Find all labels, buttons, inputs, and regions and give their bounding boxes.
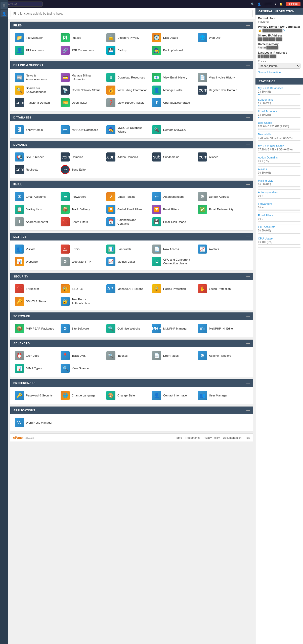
grid-item-billing-2[interactable]: ⬇Download Resources [104, 71, 150, 84]
section-header-domains[interactable]: DOMAINS— [10, 141, 253, 148]
grid-item-advanced-3[interactable]: 📄Error Pages [150, 350, 195, 362]
stat-label-5[interactable]: MySQL® Disk Usage [258, 144, 300, 147]
stat-label-0[interactable]: MySQL® Databases [258, 87, 300, 90]
grid-item-email-6[interactable]: 📦Track Delivery [59, 203, 104, 215]
grid-item-email-12[interactable]: 📅Calendars and Contacts [104, 216, 150, 228]
grid-item-files-1[interactable]: 🖼Images [59, 32, 104, 44]
grid-item-files-5[interactable]: 👤FTP Accounts [13, 44, 58, 56]
grid-item-advanced-2[interactable]: 🔍Indexes [104, 350, 150, 362]
stat-label-9[interactable]: Autoresponders [258, 191, 300, 194]
grid-item-security-5[interactable]: 🔑SSL/TLS Status [13, 295, 58, 307]
logout-button[interactable]: LOGOUT [286, 2, 300, 6]
stat-label-11[interactable]: Email Filters [258, 214, 300, 217]
grid-item-preferences-0[interactable]: 🔑Password & Security [13, 389, 58, 401]
grid-item-domains-2[interactable]: .comAddon Domains [104, 151, 150, 163]
main-search-input[interactable] [11, 10, 253, 17]
section-header-metrics[interactable]: METRICS— [10, 233, 253, 240]
grid-item-preferences-3[interactable]: 👤Contact Information [150, 389, 195, 401]
grid-item-software-0[interactable]: 📦PHP PEAR Packages [13, 323, 58, 335]
grid-item-domains-4[interactable]: .comAliases [196, 151, 241, 163]
grid-item-domains-1[interactable]: .comDomains [59, 151, 104, 163]
server-info-link[interactable]: Server Information [258, 71, 281, 74]
grid-item-advanced-0[interactable]: ⏰Cron Jobs [13, 350, 58, 362]
grid-item-email-1[interactable]: ➡Forwarders [59, 191, 104, 203]
stat-label-13[interactable]: CPU Usage [258, 237, 300, 240]
grid-item-metrics-7[interactable]: 📈Metrics Editor [104, 256, 150, 268]
grid-item-preferences-2[interactable]: 🎨Change Style [104, 389, 150, 401]
grid-item-domains-6[interactable]: DNSZone Editor [59, 164, 104, 176]
theme-select[interactable]: paper_lantern [258, 63, 300, 69]
grid-item-databases-1[interactable]: 🗃MySQL® Databases [59, 124, 104, 136]
grid-item-advanced-1[interactable]: 📍Track DNS [59, 350, 104, 362]
grid-item-advanced-5[interactable]: 📊MIME Types [13, 362, 58, 374]
grid-item-security-0[interactable]: 🚫IP Blocker [13, 283, 58, 295]
grid-item-billing-1[interactable]: 💳Manage Billing Information [59, 71, 104, 84]
grid-item-metrics-3[interactable]: 📄Raw Access [150, 243, 195, 255]
grid-item-email-0[interactable]: ✉Email Accounts [13, 191, 58, 203]
footer-link-0[interactable]: Home [175, 436, 182, 439]
stat-label-10[interactable]: Forwarders [258, 202, 300, 205]
grid-item-metrics-5[interactable]: 📊Webalizer [13, 256, 58, 268]
grid-item-email-7[interactable]: 🔽Global Email Filters [104, 203, 150, 215]
grid-item-email-11[interactable]: 🚫Spam Filters [59, 216, 104, 228]
section-header-files[interactable]: FILES— [10, 22, 253, 29]
footer-link-2[interactable]: Privacy Policy [203, 436, 220, 439]
grid-item-software-1[interactable]: ⚙Site Software [59, 323, 104, 335]
grid-item-metrics-8[interactable]: 🖥CPU and Concurrent Connection Usage [150, 256, 195, 268]
grid-item-security-1[interactable]: 🔐SSL/TLS [59, 283, 104, 295]
grid-item-metrics-6[interactable]: ⚙Webalizer FTP [59, 256, 104, 268]
grid-item-billing-0[interactable]: 📰News & Announcements [13, 71, 58, 84]
grid-item-billing-10[interactable]: .comTransfer a Domain [13, 97, 58, 109]
grid-item-files-2[interactable]: 🔒Directory Privacy [104, 32, 150, 44]
footer-link-3[interactable]: Documentation [223, 436, 241, 439]
grid-item-files-0[interactable]: 📁File Manager [13, 32, 58, 44]
grid-item-advanced-4[interactable]: ⚙Apache Handlers [196, 350, 241, 362]
section-header-email[interactable]: EMAIL— [10, 181, 253, 188]
footer-link-4[interactable]: Help [244, 436, 250, 439]
grid-item-security-3[interactable]: 🔒Hotlink Protection [150, 283, 195, 295]
grid-item-billing-7[interactable]: 💰View Billing Information [104, 84, 150, 96]
section-header-databases[interactable]: DATABASES— [10, 114, 253, 121]
grid-item-billing-13[interactable]: ⬆Upgrade/Downgrade [150, 97, 195, 109]
grid-item-files-7[interactable]: 💾Backup [104, 44, 150, 56]
grid-item-files-3[interactable]: 💽Disk Usage [150, 32, 195, 44]
grid-item-databases-2[interactable]: 🧙MySQL® Database Wizard [104, 124, 150, 136]
grid-item-applications-0[interactable]: WWordPress Manager [13, 417, 58, 429]
section-header-billing[interactable]: BILLING & SUPPORT— [10, 61, 253, 69]
stat-label-3[interactable]: Disk Usage [258, 121, 300, 124]
grid-item-metrics-1[interactable]: ⚠Errors [59, 243, 104, 255]
grid-item-advanced-6[interactable]: 🔍Virus Scanner [59, 362, 104, 374]
grid-item-software-4[interactable]: iniMultiPHP INI Editor [196, 323, 241, 335]
grid-item-email-13[interactable]: 💾Email Disk Usage [150, 216, 195, 228]
stat-label-7[interactable]: Aliases [258, 168, 300, 171]
grid-item-files-4[interactable]: 🌐Web Disk [196, 32, 241, 44]
grid-item-billing-4[interactable]: 📄View Invoice History [196, 71, 241, 84]
grid-item-billing-3[interactable]: 📧View Email History [150, 71, 195, 84]
sidebar-user-icon[interactable]: 👤 [1, 10, 8, 17]
edit-domain-icon[interactable]: ✎ [283, 29, 285, 32]
stat-label-4[interactable]: Bandwidth [258, 133, 300, 136]
footer-link-1[interactable]: Trademarks [185, 436, 200, 439]
section-header-applications[interactable]: APPLICATIONS— [10, 407, 253, 414]
grid-item-files-6[interactable]: 🔗FTP Connections [59, 44, 104, 56]
dropdown-icon[interactable]: ▾ [275, 3, 276, 6]
grid-item-email-9[interactable]: ✅Email Deliverability [196, 203, 241, 215]
section-header-advanced[interactable]: ADVANCED— [10, 340, 253, 347]
grid-item-billing-8[interactable]: 👤Manage Profile [150, 84, 195, 96]
grid-item-billing-11[interactable]: 🎫Open Ticket [59, 97, 104, 109]
grid-item-preferences-1[interactable]: 🌐Change Language [59, 389, 104, 401]
grid-item-security-2[interactable]: APIManage API Tokens [104, 283, 150, 295]
grid-item-email-5[interactable]: 📋Mailing Lists [13, 203, 58, 215]
stat-label-8[interactable]: Mailing Lists [258, 179, 300, 182]
grid-item-databases-3[interactable]: 🔌Remote MySQL® [150, 124, 195, 136]
grid-item-metrics-2[interactable]: 📊Bandwidth [104, 243, 150, 255]
stat-label-2[interactable]: Email Accounts [258, 110, 300, 113]
grid-item-billing-5[interactable]: 🔍Search our Knowledgebase [13, 84, 58, 96]
sidebar-grid-icon[interactable]: ⊞ [1, 2, 8, 9]
grid-item-billing-12[interactable]: ❓View Support Tickets [104, 97, 150, 109]
grid-item-billing-9[interactable]: .comRegister New Domain [196, 84, 241, 96]
grid-item-email-3[interactable]: ↩Autoresponders [150, 191, 195, 203]
section-header-software[interactable]: SOFTWARE— [10, 312, 253, 320]
top-search-input[interactable] [3, 2, 43, 7]
section-header-preferences[interactable]: PREFERENCES— [10, 379, 253, 387]
